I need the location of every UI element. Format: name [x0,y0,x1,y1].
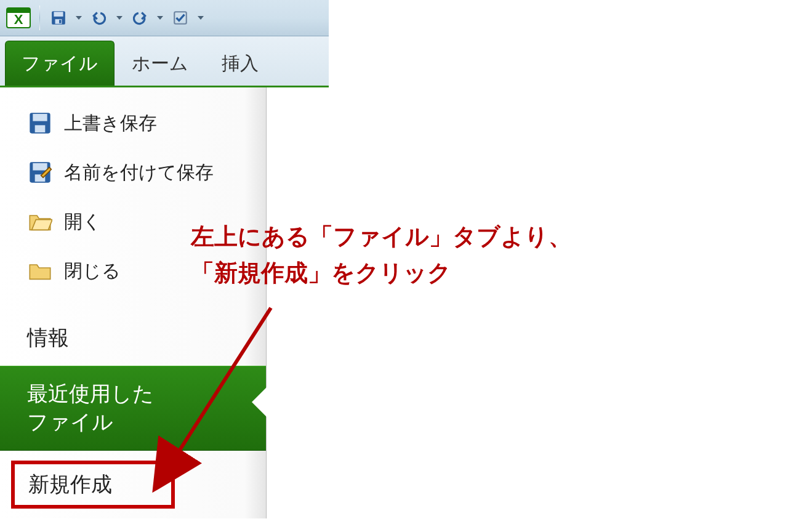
tab-file[interactable]: ファイル [5,41,115,86]
menu-item-recent-line2: ファイル [27,410,113,433]
tab-home-label: ホーム [132,51,188,76]
undo-icon[interactable] [87,6,111,30]
menu-item-save[interactable]: 上書き保存 [0,99,266,148]
menu-item-new-label: 新規作成 [28,472,112,496]
tab-home[interactable]: ホーム [116,41,204,86]
annotation-line1: 左上にある「ファイル」タブより、 [191,224,572,249]
folder-close-icon [27,258,53,284]
tab-insert-label: 挿入 [222,51,259,76]
tab-file-label: ファイル [22,51,98,76]
folder-open-icon [27,209,53,235]
redo-dropdown-icon[interactable] [156,6,164,30]
menu-item-open-label: 開く [64,209,102,235]
svg-marker-11 [198,16,204,20]
excel-app-icon: X [4,3,33,33]
menu-item-save-as-label: 名前を付けて保存 [64,160,214,185]
svg-marker-7 [76,16,82,20]
svg-rect-16 [33,163,47,171]
menu-item-info-label: 情報 [27,326,69,349]
save-dropdown-icon[interactable] [74,6,83,30]
svg-text:X: X [14,12,23,27]
quick-access-toolbar: X [0,0,329,36]
undo-dropdown-icon[interactable] [115,6,124,30]
instruction-annotation: 左上にある「ファイル」タブより、 「新規作成」をクリック [191,219,572,291]
save-disk-icon [27,110,53,136]
qat-customize-dropdown-icon[interactable] [196,6,205,30]
svg-marker-8 [116,16,123,20]
menu-item-recent-line1: 最近使用した [27,382,154,405]
svg-marker-9 [157,16,163,20]
check-icon[interactable] [168,6,193,30]
menu-item-save-label: 上書き保存 [64,111,157,136]
svg-line-20 [166,308,271,471]
menu-item-save-as[interactable]: 名前を付けて保存 [0,148,266,197]
save-icon[interactable] [46,6,71,30]
annotation-arrow-icon [148,302,289,486]
save-as-icon [27,159,53,185]
svg-rect-6 [59,20,61,23]
ribbon-tab-strip: ファイル ホーム 挿入 [0,36,329,87]
menu-item-close-label: 閉じる [64,259,121,284]
svg-rect-13 [33,114,47,121]
annotation-line2: 「新規作成」をクリック [191,260,451,286]
qat-separator [39,6,40,30]
svg-rect-4 [54,12,63,17]
redo-icon[interactable] [127,6,152,30]
tab-insert[interactable]: 挿入 [206,41,275,86]
svg-rect-14 [35,125,46,132]
